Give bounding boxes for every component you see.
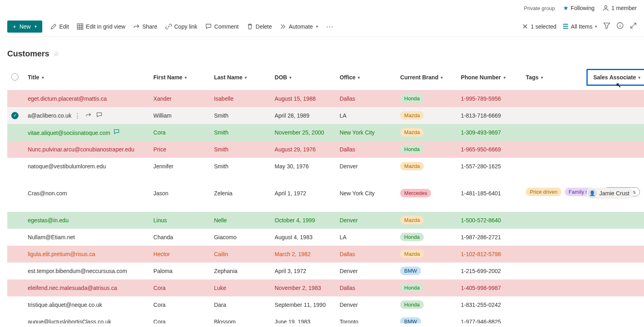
- cell-title[interactable]: egestas@in.edu: [28, 217, 68, 224]
- brand-pill[interactable]: Honda: [400, 233, 423, 241]
- col-phone[interactable]: Phone Number▾: [461, 74, 506, 81]
- cell-title[interactable]: natoque@vestibulumlorem.edu: [28, 163, 106, 170]
- table-row[interactable]: ✓a@aclibero.co.uk⋮WilliamSmithApril 28, …: [7, 107, 644, 124]
- brand-pill[interactable]: Mazda: [400, 128, 424, 137]
- row-comment-icon[interactable]: [96, 112, 102, 119]
- list-icon: ☰: [563, 23, 568, 30]
- col-title[interactable]: Title▾: [28, 74, 44, 81]
- copy-link-button[interactable]: Copy link: [165, 23, 198, 30]
- table-row[interactable]: natoque@vestibulumlorem.eduJenniferSmith…: [7, 158, 644, 175]
- cell-sales-associate: [583, 296, 644, 313]
- cell-first-name: Cora: [150, 313, 211, 324]
- table-row[interactable]: est.tempor.bibendum@neccursusa.comPaloma…: [7, 263, 644, 279]
- expand-button[interactable]: [630, 22, 637, 31]
- table-row[interactable]: eget.dictum.placerat@mattis.caXanderIsab…: [7, 90, 644, 107]
- cell-title[interactable]: Cras@non.com: [28, 190, 67, 197]
- table-row[interactable]: tristique.aliquet@neque.co.ukCoraDaraSep…: [7, 296, 644, 313]
- row-comment-icon[interactable]: [114, 129, 120, 136]
- table-row[interactable]: ligula.elit.pretium@risus.caHectorCailin…: [7, 246, 644, 263]
- cell-phone: 1-987-286-2721: [458, 229, 522, 246]
- table-row[interactable]: egestas@in.eduLinusNelleOctober 4, 1999D…: [7, 212, 644, 229]
- associate-chip[interactable]: 👤Jamie Crust: [586, 188, 634, 199]
- cell-title[interactable]: a@aclibero.co.uk: [28, 112, 71, 119]
- row-more-icon[interactable]: ⋮: [74, 112, 80, 119]
- brand-pill[interactable]: BMW: [400, 317, 421, 323]
- col-tags[interactable]: Tags▾: [526, 74, 543, 81]
- cell-title[interactable]: eleifend.nec.malesuada@atrisus.ca: [28, 285, 117, 291]
- cell-last-name: Cailin: [211, 246, 272, 263]
- cell-title[interactable]: augue@luctuslobortisClass.co.uk: [28, 319, 111, 324]
- cell-title[interactable]: tristique.aliquet@neque.co.uk: [28, 302, 102, 308]
- cell-tags: [522, 124, 583, 141]
- clear-selection[interactable]: ✕ 1 selected: [522, 22, 556, 31]
- grid-scroll[interactable]: Title▾ First Name▾ Last Name▾ DOB▾ Offic…: [0, 65, 644, 323]
- brand-pill[interactable]: BMW: [400, 267, 421, 275]
- edit-grid-label: Edit in grid view: [86, 23, 125, 30]
- edit-grid-button[interactable]: Edit in grid view: [77, 23, 125, 30]
- brand-pill[interactable]: Mazda: [400, 250, 424, 258]
- col-current-brand[interactable]: Current Brand▾: [400, 74, 443, 81]
- checkmark-icon[interactable]: ✓: [11, 112, 19, 119]
- cell-sales-associate: [583, 229, 644, 246]
- cell-phone: 1-500-572-8640: [458, 212, 522, 229]
- cell-title[interactable]: ligula.elit.pretium@risus.ca: [28, 251, 95, 257]
- col-dob[interactable]: DOB▾: [275, 74, 291, 81]
- cell-tags: [522, 107, 583, 124]
- brand-pill[interactable]: Mazda: [400, 162, 424, 170]
- col-first-name[interactable]: First Name▾: [153, 74, 187, 81]
- follow-toggle[interactable]: ★ Following: [563, 4, 594, 12]
- cell-last-name: Dara: [211, 296, 272, 313]
- cell-last-name: Luke: [211, 279, 272, 296]
- tag-pill[interactable]: Price driven: [526, 188, 561, 196]
- cell-first-name: Xander: [150, 90, 211, 107]
- cell-title[interactable]: est.tempor.bibendum@neccursusa.com: [28, 268, 127, 274]
- info-button[interactable]: [617, 22, 623, 31]
- brand-pill[interactable]: Honda: [400, 94, 423, 103]
- cell-phone: 1-977-946-8825: [458, 313, 522, 324]
- cell-title[interactable]: Nullam@Etiam.net: [28, 234, 75, 240]
- row-share-icon[interactable]: [85, 112, 91, 119]
- table-row[interactable]: Nullam@Etiam.netChandaGiacomoAugust 4, 1…: [7, 229, 644, 246]
- copy-link-label: Copy link: [174, 23, 198, 30]
- cell-dob: April 28, 1989: [271, 107, 336, 124]
- svg-point-0: [605, 6, 607, 8]
- brand-pill[interactable]: Honda: [400, 300, 423, 309]
- star-icon: ★: [563, 4, 568, 12]
- new-button[interactable]: + New ▾: [7, 21, 42, 33]
- table-row[interactable]: Nunc.pulvinar.arcu@conubianostraper.eduP…: [7, 141, 644, 158]
- favorite-button[interactable]: ☆: [53, 50, 59, 58]
- edit-button[interactable]: Edit: [50, 23, 69, 30]
- view-switcher[interactable]: ☰ All Items ▾: [563, 23, 597, 30]
- cursor-icon: ↖: [616, 81, 621, 89]
- table-row[interactable]: vitae.aliquet@sociisnatoque.comCoraSmith…: [7, 124, 644, 141]
- table-row[interactable]: eleifend.nec.malesuada@atrisus.caCoraLuk…: [7, 279, 644, 296]
- brand-pill[interactable]: Honda: [400, 284, 423, 292]
- chevron-down-icon: ▾: [289, 75, 291, 80]
- cell-last-name: Zelenia: [211, 175, 272, 212]
- cell-title[interactable]: vitae.aliquet@sociisnatoque.com: [28, 130, 110, 136]
- info-icon: [617, 22, 623, 29]
- col-last-name[interactable]: Last Name▾: [214, 74, 247, 81]
- cell-title[interactable]: Nunc.pulvinar.arcu@conubianostraper.edu: [28, 146, 134, 153]
- filter-button[interactable]: [603, 22, 610, 31]
- cell-title[interactable]: eget.dictum.placerat@mattis.ca: [28, 95, 107, 102]
- table-row[interactable]: augue@luctuslobortisClass.co.ukCoraBloss…: [7, 313, 644, 324]
- automate-button[interactable]: Automate: [280, 23, 318, 30]
- comment-button[interactable]: Comment: [205, 23, 239, 30]
- col-office[interactable]: Office▾: [340, 74, 360, 81]
- automate-label: Automate: [289, 23, 313, 30]
- members-button[interactable]: 1 member: [603, 5, 637, 11]
- brand-pill[interactable]: Mazda: [400, 111, 424, 120]
- select-all-header[interactable]: [7, 65, 25, 90]
- table-row[interactable]: Cras@non.comJasonZeleniaApril 1, 1972New…: [7, 175, 644, 212]
- col-sales-associate[interactable]: Sales Associate▾↖: [586, 69, 644, 86]
- share-button[interactable]: Share: [133, 23, 157, 30]
- brand-pill[interactable]: Honda: [400, 145, 423, 153]
- brand-pill[interactable]: Mazda: [400, 216, 424, 224]
- brand-pill[interactable]: Mercedes: [400, 189, 431, 197]
- cell-phone: 1-831-255-0242: [458, 296, 522, 313]
- delete-button[interactable]: Delete: [247, 23, 272, 30]
- overflow-menu[interactable]: ⋯: [326, 22, 334, 31]
- cell-tags: [522, 90, 583, 107]
- cell-last-name: Smith: [211, 124, 272, 141]
